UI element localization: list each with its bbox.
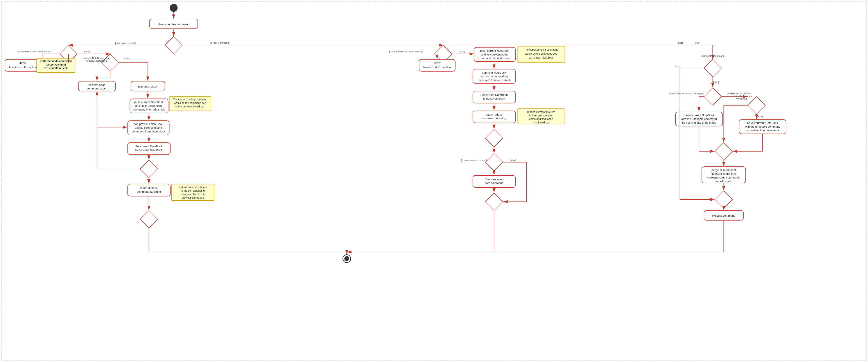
purge-text3: corresponding commands [707, 176, 740, 179]
return-undone-text1: return undone [140, 186, 158, 190]
diamond-undoable [704, 59, 722, 77]
start-node [169, 4, 178, 12]
label-else-top: [else] [677, 41, 683, 44]
push-undo-text3: command into undo stack [478, 57, 511, 60]
push-redo-text2: and its corresponding [135, 104, 163, 107]
purge-text2: NoteBooks and their [711, 172, 737, 175]
note-redone-text4: next NoteBook [532, 121, 550, 124]
throw-undo-text-2a: throw [434, 61, 441, 65]
note-corr-next-text3: to the next NoteBook [529, 56, 554, 59]
pop-redo-text2: and its corresponding [480, 75, 508, 78]
pop-prev-text1: pop previous NoteBook [134, 122, 163, 126]
push-redo-text3: command into redo stack [133, 108, 165, 111]
set-next-text1: Set current NoteBook [480, 93, 508, 96]
diamond-bottom-center [485, 193, 503, 210]
pop-redo-text3: command from redo stack [478, 78, 510, 82]
note-undone-text4: previous NoteBook [182, 196, 204, 199]
label-else-open: [else] [510, 159, 516, 162]
purge-text4: in redo stack [716, 179, 732, 183]
purge-text1: purge all redundant [712, 168, 736, 172]
label-else-curr: [else] [124, 57, 129, 59]
saves-2-text2: with the undoable command [744, 125, 780, 128]
pop-prev-text3: command from undo stack [132, 130, 165, 133]
push-redo-text1: push current NoteBook [134, 100, 163, 104]
pop-redo-text1: pop next NoteBook [482, 71, 506, 74]
note-recursive-text3: exit condition is hit [44, 67, 68, 70]
label-else-right: [else] [694, 41, 700, 44]
label-else-redo: [else] [459, 50, 465, 53]
diamond-curr-not-prev [748, 96, 765, 114]
set-prev-text2: to previous NoteBook [135, 149, 163, 152]
executes-open-text1: Executes open [485, 177, 503, 181]
note-corr-prev-text2: would be the command tied [174, 101, 206, 105]
saves-1-text2: with the undoable command [681, 117, 717, 121]
label-is-open-note: [is open note command] [461, 159, 487, 162]
label-redo-stack-empty: [is NoteBook redo stack empty] [389, 50, 423, 53]
diamond-before-execute [715, 191, 733, 208]
diamond-bottom-left [140, 210, 158, 228]
note-recursive-text2: recursively until [45, 63, 66, 66]
user-executes-label: User executes command [158, 23, 189, 26]
diagram-container: User executes command [is undo command] … [0, 0, 868, 362]
executes-open-text2: note command [485, 181, 503, 185]
perform-undo-again-text2: command again [87, 87, 107, 90]
saves-1-text1: Saves current NoteBook [683, 113, 714, 117]
diamond-open-note [485, 154, 503, 171]
diamond-notebook-undo-empty [704, 88, 722, 105]
return-undone-text2: command as string [137, 190, 161, 193]
label-curr-prev: [current NoteBook equals [83, 57, 111, 59]
diamond-undo-redo [165, 36, 182, 54]
label-is-undo: [is undo command] [115, 42, 135, 44]
note-corr-next-text1: The corresponding command [524, 48, 558, 51]
note-corr-prev-text1: The corresponding command [173, 98, 207, 101]
note-redone-text2: to the corresponding [529, 114, 553, 117]
end-node-inner [344, 256, 349, 261]
note-corr-prev-text3: to the previous NoteBook [175, 105, 205, 108]
set-prev-text1: Set current NoteBook [135, 145, 163, 148]
push-undo-text1: push current NoteBook [480, 49, 509, 53]
execute-command-text: execute command [712, 214, 735, 217]
throw-undo-text-1b: InvalidUndoException [9, 66, 37, 69]
saves-2-text3: by pushing into undo stack [746, 129, 779, 132]
saves-1-text3: by pushing into undo stack [682, 121, 716, 124]
return-redone-text2: command as string [482, 117, 506, 120]
perform-undo-again-text1: perform undo [88, 83, 105, 87]
diamond-after-setprev [140, 160, 158, 177]
label-curr-not-prev2: not equals previous [731, 95, 752, 97]
label-undo-stack-empty: [is NoteBook undo stack empty] [18, 50, 51, 53]
return-redone-text1: return redone [486, 113, 503, 116]
label-else-undo: [else] [84, 50, 90, 53]
label-curr-prev2: previous NoteBook] [87, 59, 107, 62]
diamond-after-saves [715, 142, 733, 160]
label-curr-not-prev3: NoteBook] [736, 97, 747, 100]
push-undo-text2: and its corresponding [481, 53, 508, 56]
label-curr-not-prev: [current NoteBook [732, 92, 751, 95]
label-notebook-undo-empty: [NoteBook's undo stack is empty] [669, 92, 704, 95]
label-is-redo: [is redo command] [210, 41, 229, 44]
note-undone-text1: undone command refers [178, 186, 207, 189]
label-else-undoable: [else] [713, 81, 719, 84]
label-not-undoable: [else] [675, 65, 681, 68]
throw-undo-text-1a: throw [19, 61, 26, 65]
diamond-after-redone [485, 129, 503, 147]
pop-prev-text2: and its corresponding [135, 126, 162, 129]
note-corr-next-text2: would be the command tied [525, 52, 557, 55]
pop-undo-stack-text: pop undo stack [138, 85, 158, 88]
note-redone-text1: redone command refers [527, 110, 555, 113]
note-undone-text2: to the corresponding [181, 189, 205, 192]
set-next-text2: to next NoteBook [483, 97, 505, 100]
throw-undo-text-2b: InvalidUndoException [423, 66, 451, 69]
note-undone-text3: command tied to the [181, 193, 205, 196]
saves-2-text1: Saves current NoteBook [747, 121, 778, 125]
note-recursive-text1: Performs undo command [40, 60, 72, 63]
label-else-curr2: [else] [757, 115, 763, 118]
note-redone-text3: command tied to the [529, 118, 553, 121]
